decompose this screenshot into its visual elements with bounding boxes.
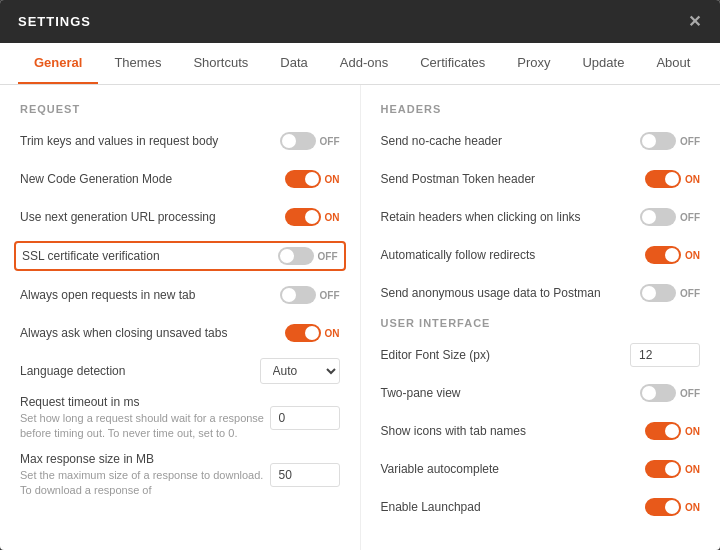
right-settings-list: HEADERSSend no-cache headerOFFSend Postm… xyxy=(381,103,701,521)
setting-name: Send no-cache header xyxy=(381,134,510,148)
toggle-control[interactable]: ON xyxy=(645,422,700,440)
setting-name: New Code Generation Mode xyxy=(20,172,180,186)
toggle-control[interactable]: ON xyxy=(285,324,340,342)
toggle-label: ON xyxy=(325,174,340,185)
toggle-control[interactable]: OFF xyxy=(278,247,338,265)
setting-name: Always open requests in new tab xyxy=(20,288,203,302)
toggle-label: ON xyxy=(325,328,340,339)
setting-description: Set the maximum size of a response to do… xyxy=(20,468,270,499)
setting-label: Use next generation URL processing xyxy=(20,210,224,224)
setting-name: Request timeout in ms xyxy=(20,395,270,409)
close-button[interactable]: ✕ xyxy=(688,12,702,31)
headers-section-title: HEADERS xyxy=(381,103,701,115)
setting-row: Send no-cache headerOFF xyxy=(381,127,701,155)
setting-row: Variable autocompleteON xyxy=(381,455,701,483)
tabs-bar: GeneralThemesShortcutsDataAdd-onsCertifi… xyxy=(0,43,720,85)
toggle-control[interactable]: OFF xyxy=(640,284,700,302)
text-input[interactable] xyxy=(270,463,340,487)
setting-name: Editor Font Size (px) xyxy=(381,348,498,362)
setting-row: Request timeout in msSet how long a requ… xyxy=(20,395,340,442)
setting-name: Trim keys and values in request body xyxy=(20,134,226,148)
toggle-label: OFF xyxy=(680,388,700,399)
request-section-title: REQUEST xyxy=(20,103,340,115)
setting-label: Max response size in MBSet the maximum s… xyxy=(20,452,270,499)
toggle-control[interactable]: OFF xyxy=(280,286,340,304)
toggle-label: OFF xyxy=(680,136,700,147)
toggle-label: ON xyxy=(685,464,700,475)
setting-label: Always ask when closing unsaved tabs xyxy=(20,326,235,340)
tab-certificates[interactable]: Certificates xyxy=(404,43,501,84)
toggle-label: ON xyxy=(325,212,340,223)
setting-row: Automatically follow redirectsON xyxy=(381,241,701,269)
setting-row: Send anonymous usage data to PostmanOFF xyxy=(381,279,701,307)
settings-content: REQUEST Trim keys and values in request … xyxy=(0,85,720,550)
toggle-control[interactable]: ON xyxy=(285,208,340,226)
select-control[interactable]: Auto xyxy=(260,358,340,384)
toggle-label: ON xyxy=(685,250,700,261)
toggle-label: OFF xyxy=(320,136,340,147)
tab-themes[interactable]: Themes xyxy=(98,43,177,84)
setting-row: Retain headers when clicking on linksOFF xyxy=(381,203,701,231)
setting-row: Use next generation URL processingON xyxy=(20,203,340,231)
text-input[interactable] xyxy=(270,406,340,430)
setting-name: Max response size in MB xyxy=(20,452,270,466)
setting-name: Show icons with tab names xyxy=(381,424,534,438)
setting-label: New Code Generation Mode xyxy=(20,172,180,186)
left-column: REQUEST Trim keys and values in request … xyxy=(0,85,361,550)
setting-name: Send Postman Token header xyxy=(381,172,544,186)
setting-row: Send Postman Token headerON xyxy=(381,165,701,193)
toggle-control[interactable]: ON xyxy=(285,170,340,188)
setting-label: Language detection xyxy=(20,364,133,378)
toggle-control[interactable]: ON xyxy=(645,460,700,478)
setting-name: Two-pane view xyxy=(381,386,469,400)
tab-about[interactable]: About xyxy=(640,43,706,84)
modal-title: SETTINGS xyxy=(18,14,91,29)
setting-name: Enable Launchpad xyxy=(381,500,489,514)
tab-shortcuts[interactable]: Shortcuts xyxy=(177,43,264,84)
setting-row: New Code Generation ModeON xyxy=(20,165,340,193)
tab-general[interactable]: General xyxy=(18,43,98,84)
setting-label: Enable Launchpad xyxy=(381,500,489,514)
setting-label: Variable autocomplete xyxy=(381,462,508,476)
toggle-control[interactable]: OFF xyxy=(640,384,700,402)
setting-label: Send no-cache header xyxy=(381,134,510,148)
toggle-control[interactable]: OFF xyxy=(640,132,700,150)
setting-name: Use next generation URL processing xyxy=(20,210,224,224)
right-column: HEADERSSend no-cache headerOFFSend Postm… xyxy=(361,85,721,550)
setting-name: SSL certificate verification xyxy=(22,249,168,263)
toggle-control[interactable]: OFF xyxy=(280,132,340,150)
setting-label: Send anonymous usage data to Postman xyxy=(381,286,609,300)
tab-proxy[interactable]: Proxy xyxy=(501,43,566,84)
setting-label: Editor Font Size (px) xyxy=(381,348,498,362)
setting-row: Editor Font Size (px) xyxy=(381,341,701,369)
tab-addons[interactable]: Add-ons xyxy=(324,43,404,84)
setting-name: Always ask when closing unsaved tabs xyxy=(20,326,235,340)
setting-row: Show icons with tab namesON xyxy=(381,417,701,445)
setting-label: SSL certificate verification xyxy=(22,249,168,263)
tab-update[interactable]: Update xyxy=(566,43,640,84)
left-settings-list: Trim keys and values in request bodyOFFN… xyxy=(20,127,340,499)
setting-name: Language detection xyxy=(20,364,133,378)
setting-name: Automatically follow redirects xyxy=(381,248,544,262)
setting-row: Language detectionAuto xyxy=(20,357,340,385)
setting-row: Always ask when closing unsaved tabsON xyxy=(20,319,340,347)
user-interface-section-title: USER INTERFACE xyxy=(381,317,701,329)
toggle-control[interactable]: ON xyxy=(645,246,700,264)
setting-label: Retain headers when clicking on links xyxy=(381,210,589,224)
setting-description: Set how long a request should wait for a… xyxy=(20,411,270,442)
setting-label: Always open requests in new tab xyxy=(20,288,203,302)
toggle-control[interactable]: ON xyxy=(645,498,700,516)
toggle-control[interactable]: OFF xyxy=(640,208,700,226)
setting-row: Two-pane viewOFF xyxy=(381,379,701,407)
setting-label: Automatically follow redirects xyxy=(381,248,544,262)
toggle-label: OFF xyxy=(320,290,340,301)
tab-data[interactable]: Data xyxy=(264,43,323,84)
text-input[interactable] xyxy=(630,343,700,367)
setting-row: SSL certificate verificationOFF xyxy=(14,241,346,271)
toggle-label: OFF xyxy=(680,288,700,299)
toggle-label: OFF xyxy=(318,251,338,262)
setting-label: Request timeout in msSet how long a requ… xyxy=(20,395,270,442)
toggle-control[interactable]: ON xyxy=(645,170,700,188)
toggle-label: ON xyxy=(685,174,700,185)
setting-name: Send anonymous usage data to Postman xyxy=(381,286,609,300)
